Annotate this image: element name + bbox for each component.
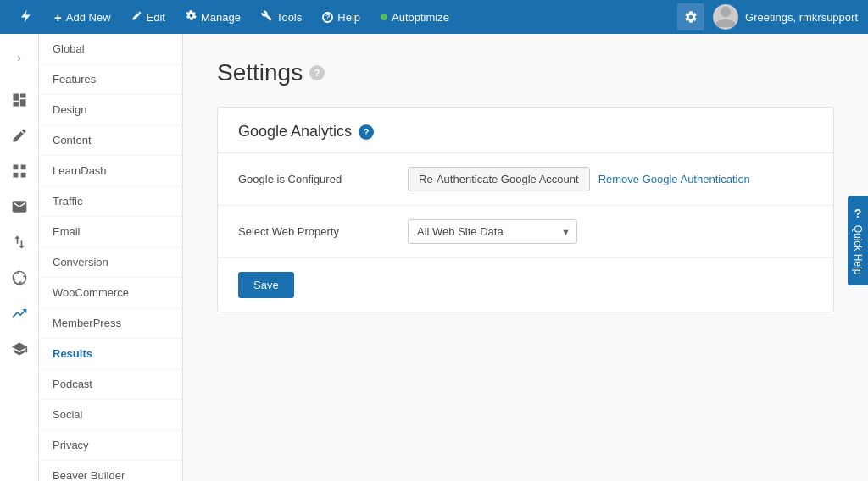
edit-icon — [131, 10, 142, 24]
page-title-help-icon[interactable]: ? — [309, 65, 325, 80]
web-property-label: Select Web Property — [238, 225, 391, 238]
web-property-select[interactable]: All Web Site Data Other Property — [408, 219, 577, 244]
brand-logo[interactable] — [10, 5, 42, 30]
menu-item-memberpress[interactable]: MemberPress — [39, 308, 182, 339]
autoptimize-status-dot — [381, 14, 387, 20]
tools-icon — [261, 10, 272, 24]
web-property-row: Select Web Property All Web Site Data Ot… — [218, 206, 833, 258]
menu-item-privacy[interactable]: Privacy — [39, 430, 182, 461]
menu-item-woocommerce[interactable]: WooCommerce — [39, 278, 182, 308]
menu-item-features[interactable]: Features — [39, 64, 182, 95]
nav-help[interactable]: ? Help — [314, 8, 369, 27]
sidebar-item-target[interactable] — [3, 261, 36, 295]
web-property-select-wrapper: All Web Site Data Other Property ▼ — [408, 219, 577, 244]
main-layout: › Global Features Design — [0, 0, 868, 481]
nav-manage[interactable]: Manage — [177, 7, 249, 27]
quick-help-sidebar[interactable]: ? Quick Help — [848, 196, 868, 285]
sidebar-item-exchange[interactable] — [3, 225, 36, 259]
menu-item-conversion[interactable]: Conversion — [39, 247, 182, 278]
help-icon: ? — [322, 12, 333, 23]
panel-help-icon[interactable]: ? — [359, 124, 374, 140]
nav-edit[interactable]: Edit — [123, 7, 174, 27]
google-configured-row: Google is Configured Re-Authenticate Goo… — [218, 153, 833, 206]
remove-auth-link[interactable]: Remove Google Authentication — [598, 173, 750, 185]
menu-item-traffic[interactable]: Traffic — [39, 186, 182, 217]
user-area[interactable]: Greetings, rmkrsupport — [713, 4, 858, 30]
sidebar-item-edit[interactable] — [3, 119, 36, 152]
google-configured-controls: Re-Authenticate Google Account Remove Go… — [408, 167, 750, 191]
nav-autoptimize[interactable]: Autoptimize — [372, 8, 458, 27]
content-wrapper: Global Features Design Content LearnDash… — [39, 34, 868, 481]
menu-item-results[interactable]: Results — [39, 339, 182, 369]
menu-item-design[interactable]: Design — [39, 95, 182, 125]
settings-gear-button[interactable] — [677, 3, 704, 30]
google-configured-label: Google is Configured — [238, 173, 391, 185]
top-nav-right: Greetings, rmkrsupport — [677, 3, 858, 30]
manage-icon — [186, 10, 197, 24]
menu-item-global[interactable]: Global — [39, 34, 182, 64]
save-button[interactable]: Save — [238, 272, 294, 298]
top-nav: + Add New Edit Manage Tools ? Help — [0, 0, 868, 34]
reauthenticate-button[interactable]: Re-Authenticate Google Account — [408, 167, 590, 191]
settings-panel: Google Analytics ? Google is Configured … — [217, 107, 834, 312]
icon-sidebar: › — [0, 34, 39, 481]
panel-footer: Save — [218, 258, 833, 312]
page-content: Settings ? Google Analytics ? Google is … — [183, 34, 868, 481]
settings-side-menu: Global Features Design Content LearnDash… — [39, 34, 183, 481]
sidebar-item-grid[interactable] — [3, 154, 36, 188]
web-property-controls: All Web Site Data Other Property ▼ — [408, 219, 577, 244]
top-nav-left: + Add New Edit Manage Tools ? Help — [10, 5, 458, 30]
plus-icon: + — [54, 10, 62, 25]
menu-item-email[interactable]: Email — [39, 217, 182, 247]
menu-item-podcast[interactable]: Podcast — [39, 369, 182, 400]
menu-item-social[interactable]: Social — [39, 400, 182, 430]
sidebar-item-dashboard[interactable] — [3, 83, 36, 117]
panel-title: Google Analytics — [238, 123, 352, 141]
nav-tools[interactable]: Tools — [253, 7, 310, 27]
panel-header: Google Analytics ? — [218, 108, 833, 153]
sidebar-item-analytics[interactable] — [3, 296, 36, 330]
avatar — [713, 4, 738, 30]
menu-item-content[interactable]: Content — [39, 125, 182, 156]
menu-item-learndash[interactable]: LearnDash — [39, 156, 182, 186]
quick-help-q-icon: ? — [854, 207, 862, 220]
page-title: Settings ? — [217, 59, 834, 86]
sidebar-collapse-button[interactable]: › — [3, 41, 36, 75]
greeting-text: Greetings, rmkrsupport — [745, 11, 858, 24]
brand-icon — [19, 8, 34, 26]
sidebar-item-learndash[interactable] — [3, 332, 36, 366]
sidebar-item-email[interactable] — [3, 190, 36, 224]
nav-add-new[interactable]: + Add New — [46, 7, 120, 28]
quick-help-label: Quick Help — [852, 225, 864, 275]
menu-item-beaver-builder[interactable]: Beaver Builder — [39, 461, 182, 481]
